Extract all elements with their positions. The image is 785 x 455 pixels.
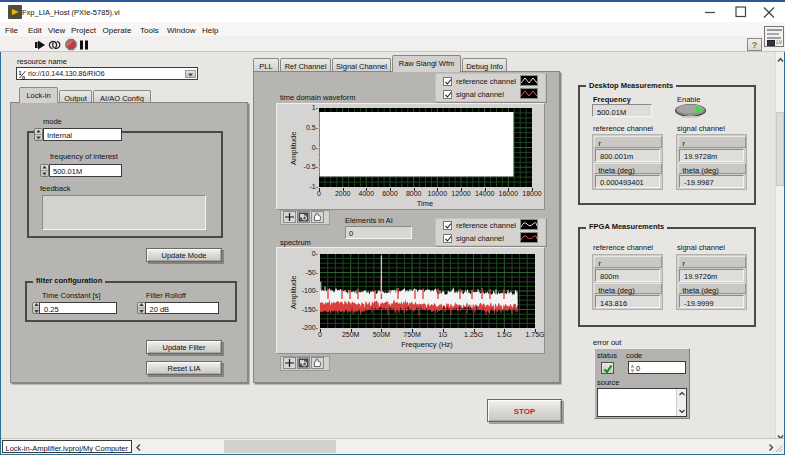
svg-text:0: 0	[22, 74, 25, 80]
